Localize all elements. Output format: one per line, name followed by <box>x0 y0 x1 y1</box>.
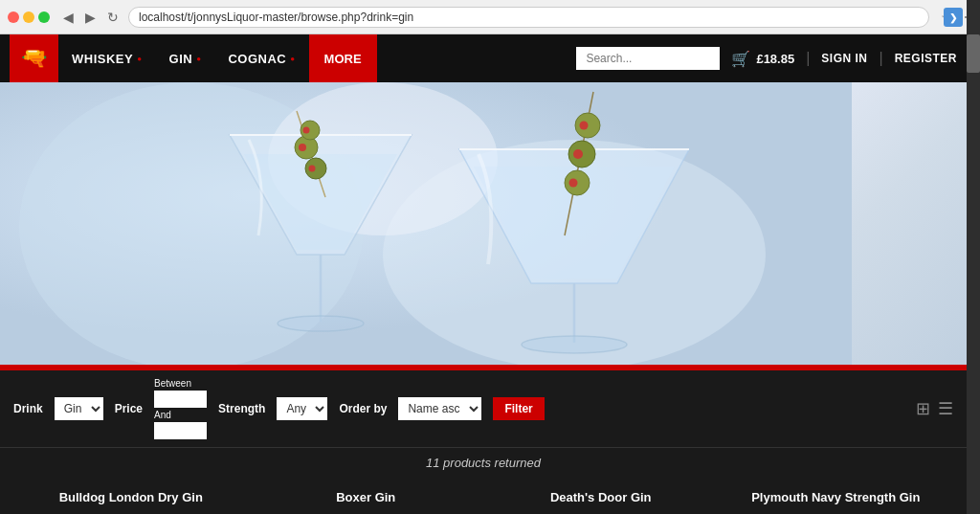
filter-button[interactable]: Filter <box>493 397 544 420</box>
search-input[interactable] <box>576 47 720 70</box>
nav-menu: WHISKEY ● GIN ● COGNAC ● MORE <box>58 34 377 82</box>
scrollbar-thumb[interactable] <box>967 34 980 73</box>
filter-bar: Drink Gin Price Between And Strength Any… <box>0 370 967 448</box>
product-grid: Bulldog London Dry Gin Boxer Gin Death <box>0 476 967 514</box>
whiskey-dot: ● <box>137 55 142 63</box>
nav-divider: | <box>806 50 810 67</box>
product-name: Death's Door Gin <box>493 481 709 512</box>
refresh-button[interactable]: ↻ <box>103 8 122 27</box>
nav-gin[interactable]: GIN ● <box>156 34 215 82</box>
logo-area[interactable]: 🔫 <box>10 34 58 82</box>
url-text: localhost/t/jonnysLiquor-master/browse.p… <box>139 11 413 24</box>
price-and-label: And <box>154 410 207 420</box>
more-label: MORE <box>324 52 362 66</box>
whiskey-label: WHISKEY <box>72 52 133 66</box>
dev-tools-icon[interactable]: ❯ <box>944 8 963 27</box>
forward-button[interactable]: ▶ <box>81 8 100 27</box>
window-controls <box>8 11 50 23</box>
gin-dot: ● <box>196 55 201 63</box>
view-toggle: ⊞ ☰ <box>916 398 953 419</box>
price-label: Price <box>115 402 143 415</box>
product-name: Bulldog London Dry Gin <box>23 481 239 512</box>
svg-point-25 <box>573 149 583 159</box>
header-right: 🛒 £18.85 | SIGN IN | REGISTER <box>576 47 957 70</box>
cart-amount: £18.85 <box>756 52 794 66</box>
count-text: 11 products returned <box>426 456 541 470</box>
nav-whiskey[interactable]: WHISKEY ● <box>58 34 156 82</box>
list-view-icon[interactable]: ☰ <box>938 398 953 419</box>
site-wrapper: 🔫 WHISKEY ● GIN ● COGNAC ● MORE 🛒 £1 <box>0 34 967 514</box>
cart-icon: 🛒 <box>731 50 750 68</box>
price-min-input[interactable] <box>154 391 207 408</box>
browser-chrome: ◀ ▶ ↻ localhost/t/jonnysLiquor-master/br… <box>0 0 980 34</box>
svg-point-15 <box>303 127 310 134</box>
svg-point-6 <box>278 316 364 331</box>
logo-icon: 🔫 <box>21 46 47 71</box>
strength-select[interactable]: Any <box>277 397 327 420</box>
site-header: 🔫 WHISKEY ● GIN ● COGNAC ● MORE 🛒 £1 <box>0 34 967 82</box>
back-button[interactable]: ◀ <box>59 8 78 27</box>
products-count: 11 products returned <box>0 448 967 476</box>
svg-point-12 <box>305 158 326 179</box>
url-bar[interactable]: localhost/t/jonnysLiquor-master/browse.p… <box>128 7 929 28</box>
cognac-label: COGNAC <box>228 52 286 66</box>
product-card: Bulldog London Dry Gin <box>13 481 249 514</box>
scrollbar-track[interactable] <box>967 0 980 514</box>
signin-button[interactable]: SIGN IN <box>821 52 867 65</box>
price-between-label: Between <box>154 378 207 389</box>
nav-cognac[interactable]: COGNAC ● <box>214 34 308 82</box>
svg-point-11 <box>299 144 306 151</box>
svg-point-13 <box>309 166 316 172</box>
maximize-window-button[interactable] <box>38 11 50 23</box>
order-select[interactable]: Name asc <box>398 397 481 420</box>
svg-point-27 <box>569 179 578 188</box>
drink-select[interactable]: Gin <box>55 397 103 420</box>
close-window-button[interactable] <box>8 11 19 23</box>
minimize-window-button[interactable] <box>23 11 34 23</box>
cart-area[interactable]: 🛒 £18.85 <box>731 50 794 68</box>
product-card: Plymouth Navy Strength Gin <box>719 481 954 514</box>
price-range: Between And <box>154 378 207 439</box>
price-max-input[interactable] <box>154 422 207 439</box>
hero-image <box>0 82 852 365</box>
nav-more[interactable]: MORE <box>309 34 377 82</box>
product-card: Boxer Gin <box>249 481 484 514</box>
hero-section <box>0 82 967 365</box>
product-card: Death's Door Gin <box>483 481 719 514</box>
browser-navigation: ◀ ▶ ↻ <box>59 8 122 27</box>
grid-view-icon[interactable]: ⊞ <box>916 398 930 419</box>
register-button[interactable]: REGISTER <box>895 52 957 65</box>
strength-label: Strength <box>218 402 265 415</box>
cognac-dot: ● <box>290 55 295 63</box>
svg-point-18 <box>522 336 627 353</box>
product-name: Plymouth Navy Strength Gin <box>728 481 945 512</box>
drink-label: Drink <box>13 402 43 415</box>
order-by-label: Order by <box>339 402 387 415</box>
product-name: Boxer Gin <box>258 481 475 512</box>
nav-divider2: | <box>880 50 883 67</box>
svg-point-23 <box>580 122 589 130</box>
gin-label: GIN <box>169 52 193 66</box>
